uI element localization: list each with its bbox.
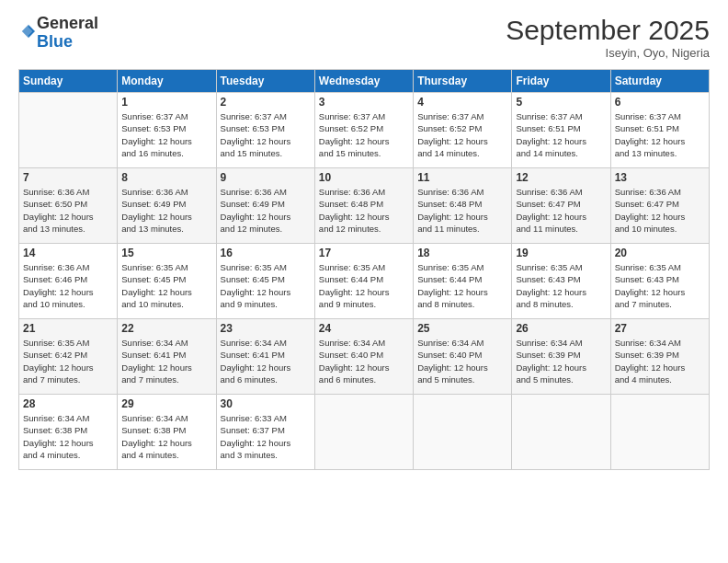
day-info: Sunrise: 6:37 AM Sunset: 6:51 PM Dayligh… — [516, 110, 606, 159]
calendar-cell: 30Sunrise: 6:33 AM Sunset: 6:37 PM Dayli… — [216, 395, 314, 470]
calendar-cell: 24Sunrise: 6:34 AM Sunset: 6:40 PM Dayli… — [314, 319, 413, 395]
location: Iseyin, Oyo, Nigeria — [506, 46, 710, 60]
day-info: Sunrise: 6:34 AM Sunset: 6:40 PM Dayligh… — [417, 337, 507, 385]
calendar-cell: 19Sunrise: 6:35 AM Sunset: 6:43 PM Dayli… — [512, 244, 610, 319]
col-thursday: Thursday — [414, 70, 512, 93]
calendar-cell: 4Sunrise: 6:37 AM Sunset: 6:52 PM Daylig… — [414, 93, 512, 168]
day-number: 21 — [23, 322, 113, 335]
day-info: Sunrise: 6:34 AM Sunset: 6:38 PM Dayligh… — [23, 412, 113, 461]
day-number: 4 — [417, 96, 507, 109]
day-number: 2 — [221, 96, 311, 109]
calendar-cell: 20Sunrise: 6:35 AM Sunset: 6:43 PM Dayli… — [610, 244, 709, 319]
day-number: 27 — [615, 322, 705, 335]
day-number: 8 — [121, 171, 211, 184]
day-info: Sunrise: 6:35 AM Sunset: 6:45 PM Dayligh… — [121, 261, 211, 310]
calendar-cell: 25Sunrise: 6:34 AM Sunset: 6:40 PM Dayli… — [414, 319, 512, 395]
calendar-cell: 10Sunrise: 6:36 AM Sunset: 6:48 PM Dayli… — [314, 168, 413, 244]
logo-icon — [20, 23, 37, 40]
day-info: Sunrise: 6:34 AM Sunset: 6:41 PM Dayligh… — [221, 337, 311, 385]
day-number: 28 — [23, 397, 113, 410]
calendar-cell: 5Sunrise: 6:37 AM Sunset: 6:51 PM Daylig… — [512, 93, 610, 168]
day-number: 20 — [615, 247, 705, 259]
calendar-week-row: 21Sunrise: 6:35 AM Sunset: 6:42 PM Dayli… — [19, 319, 710, 395]
calendar-cell: 15Sunrise: 6:35 AM Sunset: 6:45 PM Dayli… — [118, 244, 216, 319]
col-monday: Monday — [118, 70, 216, 93]
day-info: Sunrise: 6:35 AM Sunset: 6:43 PM Dayligh… — [516, 261, 606, 310]
day-number: 19 — [516, 247, 606, 259]
day-number: 1 — [121, 96, 211, 109]
calendar-cell — [414, 395, 512, 470]
calendar-cell: 18Sunrise: 6:35 AM Sunset: 6:44 PM Dayli… — [414, 244, 512, 319]
day-info: Sunrise: 6:34 AM Sunset: 6:39 PM Dayligh… — [516, 337, 606, 385]
day-number: 6 — [615, 96, 705, 109]
day-number: 9 — [221, 171, 311, 184]
day-info: Sunrise: 6:35 AM Sunset: 6:44 PM Dayligh… — [417, 261, 507, 310]
day-info: Sunrise: 6:35 AM Sunset: 6:42 PM Dayligh… — [23, 337, 113, 385]
day-number: 30 — [221, 397, 311, 410]
day-info: Sunrise: 6:34 AM Sunset: 6:40 PM Dayligh… — [319, 337, 409, 385]
day-info: Sunrise: 6:37 AM Sunset: 6:52 PM Dayligh… — [417, 110, 507, 159]
calendar-cell: 1Sunrise: 6:37 AM Sunset: 6:53 PM Daylig… — [118, 93, 216, 168]
day-number: 13 — [615, 171, 705, 184]
day-number: 23 — [221, 322, 311, 335]
col-wednesday: Wednesday — [314, 70, 413, 93]
day-info: Sunrise: 6:37 AM Sunset: 6:53 PM Dayligh… — [221, 110, 311, 159]
calendar-week-row: 1Sunrise: 6:37 AM Sunset: 6:53 PM Daylig… — [19, 93, 710, 168]
title-block: September 2025 Iseyin, Oyo, Nigeria — [506, 15, 710, 60]
calendar-cell: 13Sunrise: 6:36 AM Sunset: 6:47 PM Dayli… — [610, 168, 709, 244]
calendar-cell: 11Sunrise: 6:36 AM Sunset: 6:48 PM Dayli… — [414, 168, 512, 244]
day-number: 18 — [417, 247, 507, 259]
day-info: Sunrise: 6:37 AM Sunset: 6:51 PM Dayligh… — [615, 110, 705, 159]
col-sunday: Sunday — [19, 70, 118, 93]
calendar-cell: 7Sunrise: 6:36 AM Sunset: 6:50 PM Daylig… — [19, 168, 118, 244]
page: General Blue September 2025 Iseyin, Oyo,… — [0, 0, 728, 563]
day-number: 22 — [121, 322, 211, 335]
day-number: 25 — [417, 322, 507, 335]
day-number: 12 — [516, 171, 606, 184]
calendar-cell: 22Sunrise: 6:34 AM Sunset: 6:41 PM Dayli… — [118, 319, 216, 395]
day-number: 16 — [221, 247, 311, 259]
calendar-cell: 14Sunrise: 6:36 AM Sunset: 6:46 PM Dayli… — [19, 244, 118, 319]
col-friday: Friday — [512, 70, 610, 93]
day-info: Sunrise: 6:36 AM Sunset: 6:48 PM Dayligh… — [417, 186, 507, 235]
day-info: Sunrise: 6:34 AM Sunset: 6:39 PM Dayligh… — [615, 337, 705, 385]
day-info: Sunrise: 6:34 AM Sunset: 6:38 PM Dayligh… — [121, 412, 211, 461]
day-info: Sunrise: 6:36 AM Sunset: 6:48 PM Dayligh… — [319, 186, 409, 235]
logo-blue-text: Blue — [37, 32, 73, 51]
day-info: Sunrise: 6:37 AM Sunset: 6:52 PM Dayligh… — [319, 110, 409, 159]
calendar-cell: 26Sunrise: 6:34 AM Sunset: 6:39 PM Dayli… — [512, 319, 610, 395]
weekday-header-row: Sunday Monday Tuesday Wednesday Thursday… — [19, 70, 710, 93]
calendar-cell: 8Sunrise: 6:36 AM Sunset: 6:49 PM Daylig… — [118, 168, 216, 244]
day-number: 15 — [121, 247, 211, 259]
logo-general-text: General — [37, 15, 98, 33]
calendar-cell — [610, 395, 709, 470]
calendar-cell — [314, 395, 413, 470]
calendar-cell: 28Sunrise: 6:34 AM Sunset: 6:38 PM Dayli… — [19, 395, 118, 470]
col-tuesday: Tuesday — [216, 70, 314, 93]
day-number: 26 — [516, 322, 606, 335]
calendar-cell: 21Sunrise: 6:35 AM Sunset: 6:42 PM Dayli… — [19, 319, 118, 395]
day-info: Sunrise: 6:35 AM Sunset: 6:44 PM Dayligh… — [319, 261, 409, 310]
calendar-cell: 9Sunrise: 6:36 AM Sunset: 6:49 PM Daylig… — [216, 168, 314, 244]
day-info: Sunrise: 6:36 AM Sunset: 6:46 PM Dayligh… — [23, 261, 113, 310]
calendar-cell: 17Sunrise: 6:35 AM Sunset: 6:44 PM Dayli… — [314, 244, 413, 319]
col-saturday: Saturday — [610, 70, 709, 93]
day-info: Sunrise: 6:36 AM Sunset: 6:50 PM Dayligh… — [23, 186, 113, 235]
day-number: 14 — [23, 247, 113, 259]
day-info: Sunrise: 6:36 AM Sunset: 6:49 PM Dayligh… — [121, 186, 211, 235]
calendar-cell: 2Sunrise: 6:37 AM Sunset: 6:53 PM Daylig… — [216, 93, 314, 168]
day-number: 29 — [121, 397, 211, 410]
calendar-week-row: 7Sunrise: 6:36 AM Sunset: 6:50 PM Daylig… — [19, 168, 710, 244]
day-number: 11 — [417, 171, 507, 184]
calendar: Sunday Monday Tuesday Wednesday Thursday… — [18, 69, 710, 470]
calendar-week-row: 28Sunrise: 6:34 AM Sunset: 6:38 PM Dayli… — [19, 395, 710, 470]
day-info: Sunrise: 6:35 AM Sunset: 6:43 PM Dayligh… — [615, 261, 705, 310]
calendar-cell: 23Sunrise: 6:34 AM Sunset: 6:41 PM Dayli… — [216, 319, 314, 395]
calendar-week-row: 14Sunrise: 6:36 AM Sunset: 6:46 PM Dayli… — [19, 244, 710, 319]
day-info: Sunrise: 6:33 AM Sunset: 6:37 PM Dayligh… — [221, 412, 311, 461]
day-info: Sunrise: 6:36 AM Sunset: 6:49 PM Dayligh… — [221, 186, 311, 235]
month-title: September 2025 — [506, 15, 710, 46]
header: General Blue September 2025 Iseyin, Oyo,… — [18, 15, 710, 60]
day-info: Sunrise: 6:34 AM Sunset: 6:41 PM Dayligh… — [121, 337, 211, 385]
calendar-cell: 29Sunrise: 6:34 AM Sunset: 6:38 PM Dayli… — [118, 395, 216, 470]
